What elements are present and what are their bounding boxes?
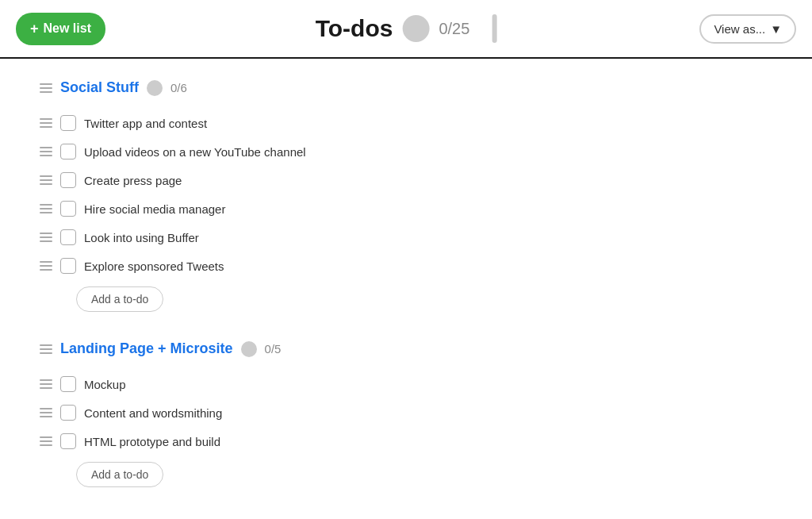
- list-count-landing-page: 0/5: [265, 342, 282, 356]
- todo-label: Hire social media manager: [84, 202, 225, 216]
- todo-drag-handle-icon[interactable]: [40, 261, 52, 271]
- add-todo-button-social-stuff[interactable]: Add a to-do: [76, 286, 163, 312]
- todo-label: HTML prototype and build: [84, 435, 220, 448]
- progress-circle-icon: [402, 15, 429, 42]
- todo-checkbox[interactable]: [60, 258, 76, 274]
- main-content: Social Stuff0/6Twitter app and contestUp…: [0, 59, 812, 519]
- todo-checkbox[interactable]: [60, 201, 76, 217]
- list-count-social-stuff: 0/6: [170, 81, 187, 94]
- todo-item: Content and wordsmithing: [40, 398, 772, 427]
- todo-label: Twitter app and contest: [84, 117, 207, 130]
- todo-item: Upload videos on a new YouTube channel: [40, 137, 772, 166]
- todo-label: Mockup: [84, 378, 126, 391]
- list-header-landing-page: Landing Page + Microsite0/5: [40, 336, 772, 362]
- list-header-social-stuff: Social Stuff0/6: [40, 75, 772, 101]
- todo-item: HTML prototype and build: [40, 427, 772, 456]
- todo-drag-handle-icon[interactable]: [40, 204, 52, 213]
- view-as-label: View as...: [714, 22, 765, 36]
- todo-checkbox[interactable]: [60, 405, 76, 421]
- todo-drag-handle-icon[interactable]: [40, 408, 52, 417]
- chevron-down-icon: ▼: [770, 22, 782, 36]
- header-center: To-dos 0/25: [316, 14, 497, 43]
- todo-drag-handle-icon[interactable]: [40, 379, 52, 389]
- todo-label: Explore sponsored Tweets: [84, 260, 224, 273]
- todo-label: Content and wordsmithing: [84, 406, 222, 420]
- drag-handle-icon[interactable]: [40, 83, 52, 93]
- list-progress-circle-landing-page: [241, 341, 257, 357]
- todo-drag-handle-icon[interactable]: [40, 436, 52, 446]
- todo-label: Create press page: [84, 174, 182, 187]
- todo-drag-handle-icon[interactable]: [40, 175, 52, 185]
- resize-handle[interactable]: [492, 14, 496, 43]
- todo-checkbox[interactable]: [60, 172, 76, 188]
- todo-item: Explore sponsored Tweets: [40, 252, 772, 280]
- todo-drag-handle-icon[interactable]: [40, 233, 52, 242]
- todo-item: Look into using Buffer: [40, 223, 772, 252]
- todo-checkbox[interactable]: [60, 144, 76, 160]
- todo-item: Hire social media manager: [40, 194, 772, 223]
- view-as-button[interactable]: View as... ▼: [699, 14, 796, 44]
- todo-checkbox[interactable]: [60, 229, 76, 245]
- drag-handle-icon[interactable]: [40, 344, 52, 354]
- page-header: + New list To-dos 0/25 View as... ▼: [0, 0, 812, 57]
- todo-item: Create press page: [40, 166, 772, 194]
- list-group-landing-page: Landing Page + Microsite0/5MockupContent…: [40, 336, 772, 487]
- todo-checkbox[interactable]: [60, 115, 76, 131]
- list-progress-circle-social-stuff: [147, 80, 163, 96]
- new-list-label: New list: [44, 21, 91, 36]
- todo-item: Twitter app and contest: [40, 109, 772, 137]
- list-title-landing-page[interactable]: Landing Page + Microsite: [60, 340, 233, 357]
- todo-item: Mockup: [40, 370, 772, 398]
- todo-drag-handle-icon[interactable]: [40, 118, 52, 128]
- todo-checkbox[interactable]: [60, 433, 76, 449]
- plus-icon: +: [30, 21, 39, 37]
- progress-text: 0/25: [439, 20, 469, 38]
- page-title: To-dos: [316, 15, 393, 42]
- todo-drag-handle-icon[interactable]: [40, 147, 52, 156]
- list-group-social-stuff: Social Stuff0/6Twitter app and contestUp…: [40, 75, 772, 312]
- new-list-button[interactable]: + New list: [16, 13, 105, 45]
- todo-label: Look into using Buffer: [84, 231, 199, 244]
- list-title-social-stuff[interactable]: Social Stuff: [60, 79, 139, 96]
- todo-checkbox[interactable]: [60, 376, 76, 392]
- add-todo-button-landing-page[interactable]: Add a to-do: [76, 462, 163, 487]
- todo-label: Upload videos on a new YouTube channel: [84, 145, 306, 159]
